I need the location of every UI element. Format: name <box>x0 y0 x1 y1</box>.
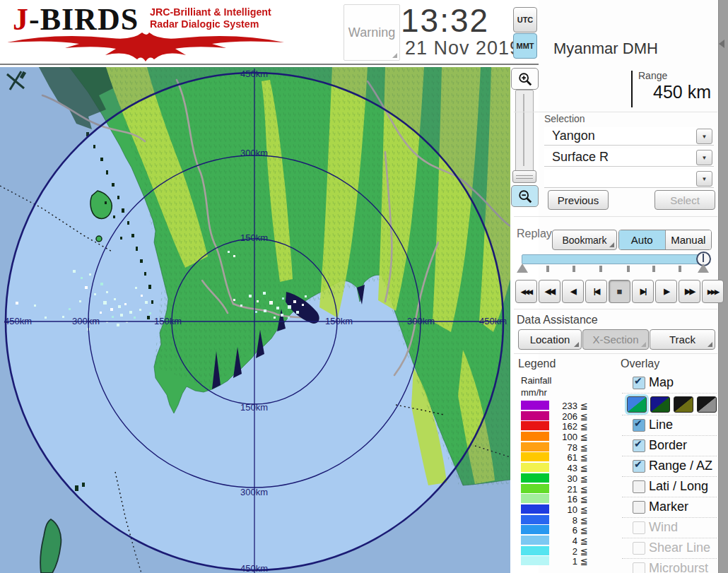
warning-button[interactable]: Warning <box>344 4 400 61</box>
station-title: Myanmar DMH <box>553 40 658 58</box>
legend-row: 100≦ <box>521 432 599 441</box>
radar-echo-pixel <box>305 295 307 297</box>
legend-lte-symbol: ≦ <box>580 473 588 484</box>
auto-button[interactable]: Auto <box>619 230 665 249</box>
clock-date: 21 Nov 2019 <box>405 37 521 59</box>
replay-slider-tick <box>546 266 549 272</box>
ring-label-bottom-450: 450km <box>240 563 268 573</box>
selection-dropdown-site[interactable]: Yangon ▼ <box>544 127 714 146</box>
ring-label-right-300: 300km <box>407 316 435 326</box>
legend-value: 8 <box>553 515 577 526</box>
radar-map[interactable]: 450km 300km 150km 150km 300km 450km 450k… <box>0 67 510 573</box>
overlay-title: Overlay <box>621 358 659 370</box>
rewind-fast-button[interactable]: ◀◀◀ <box>515 280 537 303</box>
radar-echo-pixel <box>255 311 257 313</box>
checkbox-wind <box>633 521 645 534</box>
map-style-swatch-4[interactable] <box>697 396 717 413</box>
play-button[interactable]: ▶ <box>655 280 677 303</box>
replay-slider-track[interactable] <box>522 254 701 264</box>
legend-color-swatch <box>521 452 549 461</box>
checkbox-map[interactable]: ✔ <box>633 377 645 389</box>
utc-button[interactable]: UTC <box>513 7 537 33</box>
chevron-down-icon[interactable]: ▼ <box>696 171 712 187</box>
radar-echo-pixel <box>274 317 276 319</box>
data-assistance-label: Data Assistance <box>517 314 598 326</box>
checkbox-range-az[interactable]: ✔ <box>633 460 645 473</box>
section-divider <box>514 112 717 112</box>
legend-value: 16 <box>553 494 577 504</box>
replay-range-start-marker[interactable] <box>517 264 528 273</box>
x-section-button[interactable]: X-Section <box>582 329 649 350</box>
checkbox-line[interactable]: ✔ <box>633 419 645 432</box>
play-reverse-button[interactable]: ◀ <box>562 280 584 303</box>
legend-color-swatch <box>521 494 549 503</box>
selection-dropdown-product[interactable]: Surface R ▼ <box>544 148 714 167</box>
location-button[interactable]: Location <box>518 329 582 350</box>
legend-row: 78≦ <box>521 442 599 451</box>
overlay-row-border: ✔Border <box>622 436 717 456</box>
step-back-button[interactable]: |◀ <box>585 280 607 303</box>
legend-row: 1≦ <box>521 556 599 565</box>
legend-color-swatch <box>521 525 549 534</box>
track-button[interactable]: Track <box>650 329 715 350</box>
legend-row: 233≦ <box>521 401 599 410</box>
chevron-down-icon[interactable]: ▼ <box>696 150 712 165</box>
zoom-out-icon <box>517 189 533 204</box>
legend-value: 233 <box>553 401 577 411</box>
legend-value: 10 <box>553 504 577 515</box>
clock-time: 13:32 <box>401 1 489 40</box>
radar-echo-pixel <box>124 303 127 305</box>
radar-echo-pixel <box>263 292 266 295</box>
collapse-arrow-icon[interactable] <box>719 40 724 48</box>
zoom-slider-thumb[interactable] <box>512 170 536 183</box>
map-style-swatch-3[interactable] <box>674 396 693 413</box>
overlay-row-lati-long: Lati / Long <box>622 477 717 497</box>
radar-echo-pixel <box>62 316 64 318</box>
checkbox-shear-line <box>633 542 645 555</box>
stop-button[interactable]: ■ <box>609 280 630 303</box>
rewind-button[interactable]: ◀◀ <box>539 280 560 303</box>
legend-row: 10≦ <box>521 504 599 514</box>
ring-label-left-150: 150km <box>154 316 182 326</box>
zoom-in-button[interactable] <box>511 68 539 90</box>
checkbox-border[interactable]: ✔ <box>633 439 645 452</box>
map-style-swatch-2[interactable] <box>650 396 670 413</box>
legend-row: 2≦ <box>521 546 599 555</box>
checkbox-marker[interactable] <box>633 501 645 514</box>
legend-row: 206≦ <box>521 411 599 420</box>
check-icon: ✔ <box>634 375 642 386</box>
checkbox-lati-long[interactable] <box>633 480 645 493</box>
previous-button[interactable]: Previous <box>548 190 609 210</box>
forward-button[interactable]: ▶▶ <box>679 280 700 303</box>
chevron-down-icon[interactable]: ▼ <box>696 129 712 144</box>
bookmark-button[interactable]: Bookmark <box>552 230 617 250</box>
legend-lte-symbol: ≦ <box>580 411 588 422</box>
legend-color-swatch <box>521 536 549 545</box>
map-style-swatch-1[interactable] <box>627 396 647 413</box>
header-bottom-rule <box>0 64 539 65</box>
check-icon: ✔ <box>634 438 642 449</box>
zoom-out-button[interactable] <box>511 185 539 207</box>
legend-lte-symbol: ≦ <box>580 484 588 495</box>
manual-button[interactable]: Manual <box>665 230 712 249</box>
forward-fast-button[interactable]: ▶▶▶ <box>702 280 724 303</box>
mmt-button[interactable]: MMT <box>513 33 537 59</box>
legend-color-swatch <box>521 546 549 555</box>
select-button[interactable]: Select <box>654 190 715 210</box>
replay-label: Replay <box>517 228 552 240</box>
selection-dropdown-extra[interactable]: ▼ <box>544 170 714 188</box>
radar-echo-pixel <box>302 304 304 306</box>
overlay-label: Map <box>649 375 674 390</box>
zoom-slider-track[interactable] <box>515 90 534 172</box>
legend-color-swatch <box>521 432 549 441</box>
zoom-in-icon <box>517 71 533 87</box>
bookmark-corner-triangle-icon <box>609 242 614 247</box>
legend-lte-symbol: ≦ <box>580 421 588 432</box>
legend-value: 43 <box>553 463 577 473</box>
overlay-label: Border <box>649 438 687 453</box>
step-forward-button[interactable]: ▶| <box>632 280 654 303</box>
overlay-label: Range / AZ <box>649 459 712 473</box>
replay-slider-tick <box>599 266 602 272</box>
legend-value: 2 <box>553 546 577 557</box>
replay-range-end-marker[interactable] <box>698 264 709 273</box>
